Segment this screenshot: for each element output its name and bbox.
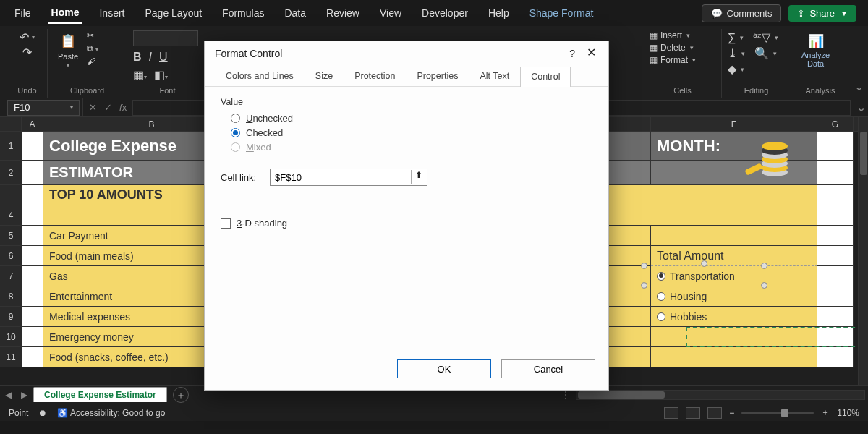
name-box[interactable]: F10 ▾ — [7, 100, 80, 116]
view-page-break-button[interactable] — [707, 407, 722, 419]
zoom-level[interactable]: 110% — [837, 408, 859, 418]
cells-delete-button[interactable]: ▦ Delete▾ — [650, 43, 694, 53]
row-header[interactable]: 7 — [0, 266, 22, 286]
menu-formulas[interactable]: Formulas — [219, 3, 267, 23]
col-header-F[interactable]: F — [651, 117, 817, 131]
comments-button[interactable]: 💬 Comments — [702, 4, 782, 22]
radio-icon — [657, 312, 665, 321]
cells-format-button[interactable]: ▦ Format▾ — [650, 55, 696, 65]
cell-total-amount-label[interactable]: Total Amount — [651, 246, 817, 266]
radio-checked[interactable]: Checked — [231, 127, 592, 138]
row-header[interactable]: 4 — [0, 205, 22, 226]
option-hobbies[interactable]: Hobbies — [651, 307, 817, 327]
row-header[interactable]: 9 — [0, 307, 22, 327]
radio-icon — [657, 292, 665, 301]
tab-protection[interactable]: Protection — [344, 66, 406, 86]
cancel-formula-button[interactable]: ✕ — [86, 102, 100, 113]
view-normal-button[interactable] — [664, 407, 678, 419]
formula-expand-button[interactable]: ⌄ — [854, 101, 868, 114]
zoom-slider[interactable] — [741, 412, 814, 414]
range-picker-button[interactable]: ⬆ — [411, 170, 425, 184]
fill-button[interactable]: ⤓▾ 🔍▾ — [728, 46, 777, 60]
share-button[interactable]: ⇪ Share ▼ — [788, 5, 856, 22]
row-header[interactable] — [0, 185, 22, 205]
menu-file[interactable]: File — [12, 3, 34, 23]
sheet-tab-active[interactable]: College Expense Estimator — [33, 387, 167, 402]
group-cells-label: Cells — [650, 86, 715, 98]
sheet-nav-prev[interactable]: ◀ — [0, 390, 16, 400]
dialog-titlebar[interactable]: Format Control ? ✕ — [205, 41, 608, 66]
shading-checkbox-row[interactable]: 3-D shading — [221, 218, 592, 229]
sheet-nav-next[interactable]: ▶ — [16, 390, 32, 400]
option-transportation[interactable]: Transportation — [651, 266, 817, 286]
cells-insert-button[interactable]: ▦ Insert▾ — [650, 30, 690, 41]
menu-developer[interactable]: Developer — [419, 3, 471, 23]
tab-properties[interactable]: Properties — [406, 66, 469, 86]
row-header[interactable]: 5 — [0, 226, 22, 246]
paste-button[interactable]: 📋 Paste ▾ — [54, 30, 82, 70]
menu-shape-format[interactable]: Shape Format — [527, 3, 597, 23]
clear-button[interactable]: ◆▾ — [728, 62, 744, 76]
zoom-in-button[interactable]: ＋ — [821, 407, 830, 419]
tab-colors-lines[interactable]: Colors and Lines — [215, 66, 305, 86]
add-sheet-button[interactable]: ＋ — [173, 387, 189, 403]
horizontal-scrollbar[interactable] — [576, 390, 865, 400]
cell-F5[interactable] — [651, 226, 817, 246]
cell-F10[interactable] — [651, 327, 817, 347]
col-header-A[interactable]: A — [22, 117, 43, 131]
insert-function-button[interactable]: fx — [116, 102, 129, 113]
fill-color-button[interactable]: ◧▾ — [154, 68, 168, 82]
tab-alt-text[interactable]: Alt Text — [469, 66, 520, 86]
italic-button[interactable]: I — [149, 51, 152, 64]
accessibility-status[interactable]: ♿ Accessibility: Good to go — [57, 408, 165, 418]
row-header[interactable]: 10 — [0, 327, 22, 347]
row-headers: 1 2 4 5 6 7 8 9 10 11 — [0, 132, 22, 367]
font-name-select[interactable] — [133, 30, 198, 46]
option-housing[interactable]: Housing — [651, 286, 817, 307]
share-label: Share — [809, 8, 835, 19]
cell-month-label[interactable]: MONTH: — [651, 132, 817, 161]
radio-icon — [231, 142, 240, 152]
close-button[interactable]: ✕ — [581, 45, 601, 62]
menu-home[interactable]: Home — [48, 2, 82, 24]
analyze-data-button[interactable]: 📊 Analyze Data — [797, 30, 834, 69]
autosum-button[interactable]: ∑▾ ᵃᶻ▽▾ — [728, 30, 778, 44]
row-header[interactable]: 8 — [0, 286, 22, 307]
menu-view[interactable]: View — [377, 3, 404, 23]
tab-size[interactable]: Size — [305, 66, 344, 86]
cut-button[interactable]: ✂ — [87, 30, 98, 41]
row-header[interactable]: 1 — [0, 132, 22, 161]
row-header[interactable]: 2 — [0, 161, 22, 185]
menu-page-layout[interactable]: Page Layout — [142, 3, 205, 23]
radio-unchecked[interactable]: Unchecked — [231, 113, 592, 124]
copy-button[interactable]: ⧉ ▾ — [87, 43, 98, 54]
border-button[interactable]: ▦▾ — [133, 68, 147, 82]
cell-link-input[interactable] — [275, 172, 411, 183]
view-page-layout-button[interactable] — [686, 407, 700, 419]
col-header-G[interactable]: G — [817, 117, 854, 131]
comments-label: Comments — [727, 8, 773, 19]
macro-record-icon[interactable]: ⏺ — [38, 408, 47, 418]
select-all-corner[interactable] — [0, 117, 22, 131]
cancel-button[interactable]: Cancel — [501, 359, 595, 378]
ok-button[interactable]: OK — [397, 359, 491, 378]
row-header[interactable]: 6 — [0, 246, 22, 266]
menu-help[interactable]: Help — [485, 3, 512, 23]
accept-formula-button[interactable]: ✓ — [101, 102, 115, 113]
bold-button[interactable]: B — [133, 51, 142, 64]
menu-data[interactable]: Data — [281, 3, 309, 23]
redo-button[interactable]: ↷ — [22, 46, 32, 59]
zoom-out-button[interactable]: − — [729, 408, 734, 418]
help-button[interactable]: ? — [569, 48, 575, 59]
undo-button[interactable]: ↶▾ — [20, 30, 35, 44]
format-painter-button[interactable]: 🖌 — [87, 56, 98, 67]
menu-review[interactable]: Review — [323, 3, 362, 23]
underline-button[interactable]: U — [159, 51, 168, 64]
row-header[interactable]: 11 — [0, 347, 22, 367]
name-box-value: F10 — [14, 102, 30, 113]
ribbon-collapse-button[interactable]: ⌄ — [849, 29, 868, 98]
menu-insert[interactable]: Insert — [96, 3, 127, 23]
tab-control[interactable]: Control — [520, 67, 571, 87]
vertical-scrollbar[interactable] — [858, 117, 868, 385]
cell-link-field[interactable]: ⬆ — [270, 169, 427, 186]
